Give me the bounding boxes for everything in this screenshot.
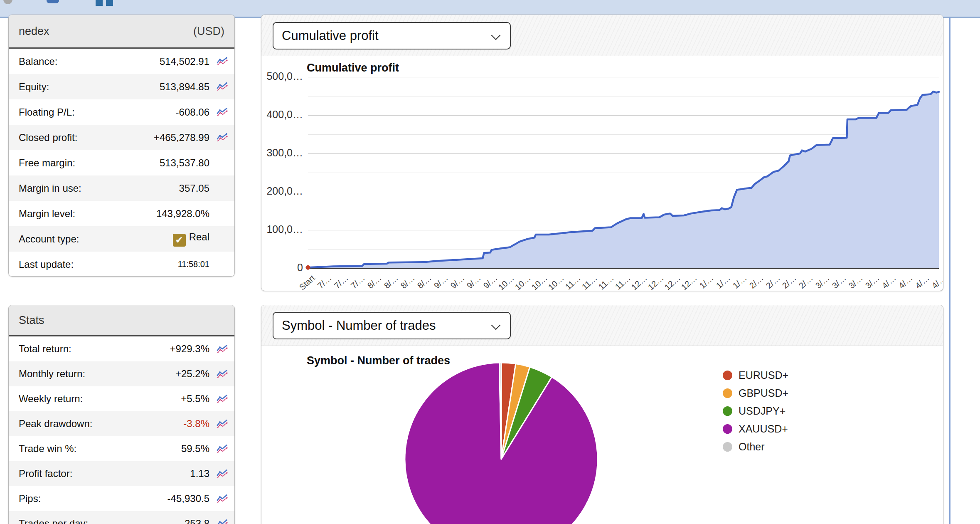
table-row: Last update:11:58:01 (9, 252, 234, 277)
row-label: Equity: (19, 81, 49, 93)
symbol-trades-pie (405, 363, 598, 524)
account-currency: (USD) (193, 25, 224, 38)
legend-label: Other (739, 441, 765, 453)
cumulative-profit-line (308, 77, 939, 268)
account-name: nedex (19, 25, 49, 38)
row-value: 514,502.91 (57, 56, 209, 67)
row-label: Balance: (19, 56, 57, 67)
chart-toolbar-strip: Symbol - Number of trades (261, 305, 943, 346)
y-axis-tick-label: 300,0… (261, 147, 303, 159)
row-value: 1.13 (72, 468, 209, 480)
row-label: Peak drawdown: (19, 418, 92, 430)
row-value: Real (189, 231, 209, 242)
sparkline-slot (209, 252, 228, 277)
sparkline-slot (209, 226, 228, 252)
table-row: Closed profit:+465,278.99 (9, 125, 234, 150)
row-label: Profit factor: (19, 468, 72, 480)
sparkline-slot (209, 461, 228, 486)
row-value: +25.2% (85, 368, 209, 380)
legend-item[interactable]: GBPUSD+ (723, 388, 788, 398)
row-value: -3.8% (92, 418, 209, 430)
sparkline-chart-icon[interactable] (217, 395, 228, 403)
table-row: Margin in use:357.05 (9, 175, 234, 201)
y-axis-tick-label: 0 (261, 262, 303, 274)
legend-item[interactable]: XAUUSD+ (723, 424, 788, 434)
sparkline-slot (209, 411, 228, 436)
table-row: Equity:513,894.85 (9, 74, 234, 99)
legend-color-dot (723, 424, 732, 434)
sparkline-slot (209, 175, 228, 201)
toolbar-partial-icon (3, 0, 12, 4)
sparkline-slot (209, 150, 228, 175)
table-row: Profit factor:1.13 (9, 461, 234, 486)
sparkline-chart-icon[interactable] (217, 57, 228, 66)
table-row: Account type:✔Real (9, 226, 234, 252)
sparkline-chart-icon[interactable] (217, 494, 228, 503)
chart-toolbar-strip: Cumulative profit (261, 15, 943, 56)
sparkline-chart-icon[interactable] (217, 133, 228, 142)
row-value: -45,930.5 (41, 493, 209, 504)
table-row: Balance:514,502.91 (9, 49, 234, 74)
chevron-down-icon (491, 321, 501, 330)
symbol-trades-panel: Symbol - Number of trades Symbol - Numbe… (261, 305, 943, 524)
cumulative-profit-plot (308, 77, 939, 268)
sparkline-slot (209, 201, 228, 226)
row-label: Account type: (19, 233, 79, 245)
table-row: Monthly return:+25.2% (9, 361, 234, 386)
table-row: Weekly return:+5.5% (9, 386, 234, 411)
chart-type-select[interactable]: Cumulative profit (273, 22, 511, 49)
legend-label: XAUUSD+ (739, 423, 788, 435)
legend-color-dot (723, 406, 732, 416)
sparkline-slot (209, 511, 228, 524)
row-value: -608.06 (75, 106, 209, 118)
toolbar-pause-bar-icon (96, 0, 103, 6)
line-chart-title: Cumulative profit (307, 62, 399, 74)
row-value: 143,928.0% (75, 208, 209, 220)
legend-item[interactable]: Other (723, 442, 788, 452)
legend-item[interactable]: EURUSD+ (723, 370, 788, 381)
table-row: Pips:-45,930.5 (9, 486, 234, 511)
sparkline-chart-icon[interactable] (217, 82, 228, 91)
chart-type-select-value: Cumulative profit (282, 28, 379, 43)
row-label: Total return: (19, 343, 71, 355)
row-label: Margin in use: (19, 183, 81, 194)
stats-panel: Stats Total return:+929.3%Monthly return… (8, 305, 235, 524)
sparkline-slot (209, 361, 228, 386)
start-point-marker (306, 265, 310, 270)
row-value: 59.5% (76, 443, 209, 455)
sparkline-chart-icon[interactable] (217, 345, 228, 353)
sparkline-chart-icon[interactable] (217, 519, 228, 524)
legend-label: EURUSD+ (739, 369, 788, 381)
sparkline-chart-icon[interactable] (217, 108, 228, 116)
pie-chart-select-value: Symbol - Number of trades (282, 318, 436, 333)
sparkline-slot (209, 99, 228, 125)
legend-item[interactable]: USDJPY+ (723, 406, 788, 416)
row-value: +5.5% (83, 393, 209, 405)
sparkline-slot (209, 436, 228, 461)
row-label: Last update: (19, 259, 74, 270)
account-type-value: ✔Real (79, 231, 209, 247)
row-label: Margin level: (19, 208, 75, 220)
row-label: Trade win %: (19, 443, 76, 455)
legend-label: GBPUSD+ (739, 387, 788, 399)
legend-color-dot (723, 442, 732, 452)
table-row: Trade win %:59.5% (9, 436, 234, 461)
stats-rows: Total return:+929.3%Monthly return:+25.2… (9, 336, 234, 524)
sparkline-chart-icon[interactable] (217, 445, 228, 453)
right-edge-scroll-line[interactable] (949, 17, 950, 524)
sparkline-chart-icon[interactable] (217, 470, 228, 478)
real-account-checkbox[interactable]: ✔ (173, 234, 186, 247)
sparkline-chart-icon[interactable] (217, 370, 228, 378)
sparkline-slot (209, 486, 228, 511)
pie-legend: EURUSD+GBPUSD+USDJPY+XAUUSD+Other (723, 370, 788, 460)
stats-title: Stats (19, 314, 44, 327)
pie-chart-type-select[interactable]: Symbol - Number of trades (273, 312, 511, 339)
table-row: Trades per day:253.8 (9, 511, 234, 524)
row-label: Floating P/L: (19, 106, 75, 118)
legend-label: USDJPY+ (739, 405, 785, 417)
sparkline-slot (209, 336, 228, 361)
dashboard-page: nedex (USD) Balance:514,502.91Equity:513… (0, 0, 980, 524)
table-row: Margin level:143,928.0% (9, 201, 234, 226)
row-value: 11:58:01 (74, 260, 209, 269)
sparkline-chart-icon[interactable] (217, 420, 228, 428)
